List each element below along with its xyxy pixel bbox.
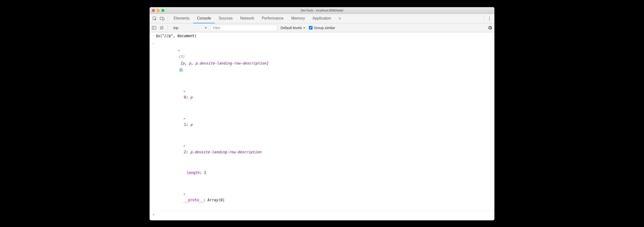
tab-application[interactable]: Application: [309, 14, 335, 23]
console-body: › $x("//p", document) ‹· (3) [p, p, p.de…: [150, 32, 494, 220]
entry-value[interactable]: p: [190, 123, 192, 127]
group-similar-checkbox[interactable]: Group similar: [309, 26, 335, 30]
array-proto[interactable]: __proto__: Array(0): [150, 183, 494, 211]
svg-rect-2: [162, 18, 164, 20]
traffic-lights: [150, 9, 164, 12]
tabs-overflow[interactable]: »: [335, 14, 344, 23]
clear-console-icon[interactable]: [158, 25, 165, 31]
console-input-row: › $x("//p", document): [150, 32, 494, 40]
console-settings-icon[interactable]: [487, 25, 493, 31]
log-levels-select[interactable]: Default levels ▼: [279, 26, 308, 30]
titlebar: DevTools - localhost:8080/web/: [150, 7, 494, 14]
device-toggle-icon[interactable]: [158, 15, 166, 22]
array-count: (3): [178, 55, 184, 59]
chevron-down-icon: ▼: [204, 27, 207, 29]
input-prompt-icon: ›: [152, 33, 156, 40]
svg-line-9: [161, 27, 163, 29]
entry-index: 1: [184, 123, 186, 127]
tab-elements[interactable]: Elements: [170, 14, 193, 23]
length-value: 3: [204, 171, 206, 175]
console-prompt-row[interactable]: ›: [150, 211, 494, 220]
tab-memory[interactable]: Memory: [287, 14, 309, 23]
filter-input[interactable]: [211, 25, 277, 31]
console-input-text[interactable]: $x("//p", document): [156, 33, 492, 40]
disclosure-triangle-icon[interactable]: [178, 47, 181, 54]
summary-item[interactable]: p: [182, 61, 184, 65]
array-entry[interactable]: 0: p: [150, 80, 494, 108]
execution-context-select[interactable]: top ▼: [171, 25, 209, 31]
more-options-icon[interactable]: [486, 15, 493, 22]
array-length: length: 3: [150, 162, 494, 183]
input-prompt-icon: ›: [152, 211, 156, 218]
disclosure-triangle-icon[interactable]: [184, 142, 187, 149]
tabs: Elements Console Sources Network Perform…: [170, 14, 344, 23]
tab-sources[interactable]: Sources: [215, 14, 236, 23]
proto-key: __proto__: [184, 198, 203, 202]
group-similar-input[interactable]: [309, 26, 312, 30]
divider: [168, 16, 168, 21]
levels-label: Default levels: [280, 26, 302, 30]
summary-item[interactable]: p.devsite-landing-row-description: [196, 61, 266, 65]
array-entry[interactable]: 2: p.devsite-landing-row-description: [150, 135, 494, 162]
close-icon[interactable]: [152, 9, 155, 12]
group-similar-label: Group similar: [314, 26, 335, 30]
divider: [484, 16, 484, 21]
sidebar-toggle-icon[interactable]: [151, 25, 157, 31]
maximize-icon[interactable]: [162, 9, 164, 12]
window-title: DevTools - localhost:8080/web/: [150, 9, 494, 12]
devtools-window: DevTools - localhost:8080/web/ Elements …: [150, 7, 494, 220]
console-result-row[interactable]: ‹· (3) [p, p, p.devsite-landing-row-desc…: [150, 40, 494, 81]
svg-point-5: [489, 20, 490, 20]
chevron-down-icon: ▼: [303, 27, 306, 29]
svg-rect-6: [152, 27, 156, 29]
main-toolbar: Elements Console Sources Network Perform…: [150, 14, 494, 23]
entry-value[interactable]: p.devsite-landing-row-description: [190, 150, 261, 154]
length-key: length: [187, 171, 200, 175]
array-entry[interactable]: 1: p: [150, 108, 494, 135]
tab-network[interactable]: Network: [236, 14, 258, 23]
tab-console[interactable]: Console: [193, 14, 215, 23]
entry-index: 2: [184, 150, 186, 154]
output-indicator-icon: ‹·: [152, 41, 156, 47]
info-icon[interactable]: i: [179, 68, 183, 72]
entry-value[interactable]: p: [190, 95, 192, 99]
proto-value[interactable]: Array(0): [208, 198, 225, 202]
entry-index: 0: [184, 95, 186, 99]
console-toolbar: top ▼ Default levels ▼ Group similar: [150, 23, 494, 32]
svg-point-3: [489, 17, 490, 17]
disclosure-triangle-icon[interactable]: [184, 115, 187, 122]
tab-performance[interactable]: Performance: [258, 14, 288, 23]
inspect-element-icon[interactable]: [151, 15, 158, 22]
svg-point-4: [489, 18, 490, 19]
divider: [168, 25, 168, 31]
disclosure-triangle-icon[interactable]: [184, 88, 187, 94]
disclosure-triangle-icon[interactable]: [184, 190, 187, 197]
context-label: top: [173, 26, 178, 30]
minimize-icon[interactable]: [157, 9, 160, 12]
